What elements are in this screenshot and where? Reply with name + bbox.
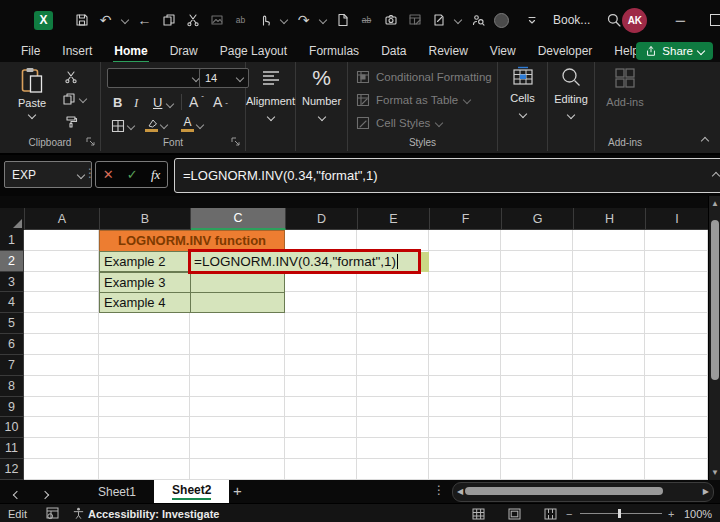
grid-cell[interactable] [501, 251, 573, 272]
sheet-nav-right-icon[interactable] [42, 484, 48, 502]
grid-cell[interactable] [573, 397, 645, 418]
grid-cell[interactable] [99, 397, 190, 418]
grid-cell[interactable] [429, 355, 501, 376]
grid-cell[interactable] [190, 334, 285, 355]
zoom-slider[interactable] [580, 504, 662, 522]
grid-cell[interactable] [645, 459, 708, 480]
number-button[interactable]: % Number [296, 66, 347, 120]
underline-button[interactable]: U [153, 95, 162, 110]
grid-cell[interactable] [429, 459, 501, 480]
zoom-out-button[interactable]: − [566, 504, 572, 522]
column-header-i[interactable]: I [646, 208, 709, 230]
grid-cell[interactable] [99, 313, 190, 334]
view-page-break-icon[interactable] [544, 504, 557, 522]
scroll-left-icon[interactable]: ◀ [457, 487, 463, 496]
grid-cell[interactable] [573, 334, 645, 355]
grid-cell[interactable] [190, 397, 285, 418]
decrease-font-button[interactable]: Aˇ [213, 94, 228, 110]
font-name-combo[interactable] [107, 68, 205, 88]
column-header-d[interactable]: D [286, 208, 358, 230]
grid-cell[interactable] [24, 355, 99, 376]
grid-cell[interactable] [645, 313, 708, 334]
excel-logo-icon[interactable]: X [34, 11, 53, 30]
signature-icon[interactable] [431, 13, 446, 28]
grid-cell[interactable] [429, 334, 501, 355]
save-icon[interactable] [74, 13, 89, 28]
copy-icon[interactable] [62, 92, 86, 106]
grid-cell[interactable] [429, 313, 501, 334]
scroll-right-icon[interactable]: ▶ [703, 487, 709, 496]
sheet-tab-sheet2[interactable]: Sheet2 [154, 480, 229, 503]
font-dialog-launcher-icon[interactable] [230, 136, 241, 147]
add-sheet-button[interactable]: + [233, 482, 242, 499]
grid-cell[interactable] [24, 230, 99, 251]
tab-page-layout[interactable]: Page Layout [209, 41, 298, 61]
grid-cell[interactable] [573, 376, 645, 397]
tab-insert[interactable]: Insert [51, 41, 103, 61]
grid-cell[interactable] [99, 438, 190, 459]
grid-cell[interactable] [501, 334, 573, 355]
accessibility-icon[interactable] [72, 504, 85, 522]
accessibility-status[interactable]: Accessibility: Investigate [88, 504, 219, 522]
column-header-h[interactable]: H [574, 208, 646, 230]
avatar[interactable]: AK [622, 8, 647, 33]
grid-cell[interactable] [285, 334, 357, 355]
grid-cell[interactable] [573, 313, 645, 334]
grid-cell[interactable] [190, 417, 285, 438]
grid-cell[interactable] [190, 313, 285, 334]
signature-dropdown-icon[interactable] [454, 16, 462, 24]
row-header-9[interactable]: 9 [0, 397, 24, 418]
grid-cell[interactable] [645, 438, 708, 459]
row-header-2[interactable]: 2 [0, 251, 24, 272]
grid-cell[interactable] [99, 334, 190, 355]
tab-draw[interactable]: Draw [159, 41, 209, 61]
cell-b3[interactable]: Example 3 [99, 272, 191, 293]
grid-cell[interactable] [357, 459, 429, 480]
grid-cell[interactable] [285, 438, 357, 459]
grid-cell[interactable] [573, 438, 645, 459]
grid-cell[interactable] [24, 272, 99, 293]
cut-icon[interactable] [64, 70, 78, 84]
grid-cell[interactable] [645, 272, 708, 293]
paste-button[interactable]: Paste [10, 67, 54, 118]
row-header-10[interactable]: 10 [0, 417, 24, 438]
horizontal-scrollbar[interactable]: ◀ ▶ [452, 482, 714, 502]
grid-cell[interactable] [285, 292, 357, 313]
grid-cell[interactable] [285, 355, 357, 376]
grid-cell[interactable] [645, 397, 708, 418]
font-color-button[interactable]: A [181, 117, 203, 132]
grid-cell[interactable] [429, 272, 501, 293]
redo-icon[interactable]: ↷ [296, 13, 311, 28]
grid-cell[interactable] [24, 376, 99, 397]
macro-record-icon[interactable] [46, 504, 59, 522]
document-title[interactable]: Book... [553, 13, 590, 27]
grid-cell[interactable] [501, 417, 573, 438]
tab-view[interactable]: View [479, 41, 527, 61]
row-header-12[interactable]: 12 [0, 459, 24, 480]
confirm-entry-icon[interactable]: ✓ [127, 167, 138, 182]
grid-cell[interactable] [357, 438, 429, 459]
grid-cell[interactable] [573, 292, 645, 313]
grid-cell[interactable] [357, 230, 429, 251]
grid-cell[interactable] [190, 376, 285, 397]
grid-cell[interactable] [357, 313, 429, 334]
new-document-icon[interactable] [335, 13, 350, 28]
grid-cell[interactable] [24, 397, 99, 418]
zoom-slider-handle[interactable] [618, 509, 621, 518]
scroll-up-icon[interactable]: ▲ [711, 199, 719, 208]
zoom-level[interactable]: 100% [684, 504, 712, 522]
cell-b2[interactable]: Example 2 [99, 251, 191, 272]
font-size-combo[interactable]: 14 [199, 68, 249, 88]
tab-review[interactable]: Review [417, 41, 478, 61]
select-all-corner[interactable] [0, 208, 25, 231]
grid-cell[interactable] [501, 272, 573, 293]
clipboard-dialog-launcher-icon[interactable] [85, 136, 96, 147]
grid-cell[interactable] [429, 230, 501, 251]
grid-cell[interactable] [285, 459, 357, 480]
grid-cell[interactable] [285, 313, 357, 334]
grid-cell[interactable] [285, 230, 357, 251]
italic-button[interactable]: I [134, 95, 138, 111]
editing-button[interactable]: Editing [548, 66, 594, 118]
sheet-tab-sheet1[interactable]: Sheet1 [80, 480, 154, 503]
view-page-layout-icon[interactable] [508, 504, 521, 522]
